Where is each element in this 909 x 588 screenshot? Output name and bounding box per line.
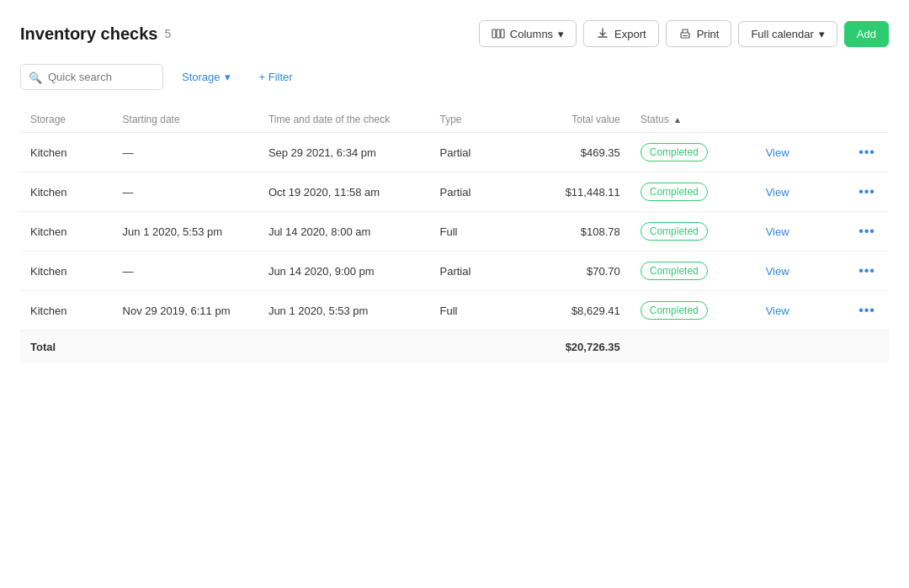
cell-view[interactable]: View bbox=[756, 252, 846, 291]
col-header-starting: Starting date bbox=[113, 107, 258, 133]
calendar-chevron-icon: ▾ bbox=[819, 28, 825, 40]
cell-storage: Kitchen bbox=[20, 291, 113, 331]
cell-storage: Kitchen bbox=[20, 133, 113, 172]
col-header-actions bbox=[756, 107, 846, 133]
more-options-button[interactable]: ••• bbox=[855, 303, 879, 318]
cell-status: Completed bbox=[630, 291, 756, 331]
cell-view[interactable]: View bbox=[756, 133, 846, 172]
cell-total-value: $8,629.41 bbox=[521, 291, 630, 331]
col-header-type: Type bbox=[430, 107, 521, 133]
total-row: Total $20,726.35 bbox=[20, 331, 889, 364]
status-badge: Completed bbox=[641, 262, 708, 280]
view-link[interactable]: View bbox=[766, 225, 789, 238]
total-empty-3 bbox=[430, 331, 521, 364]
cell-more[interactable]: ••• bbox=[845, 172, 889, 212]
cell-check-date: Jun 1 2020, 5:53 pm bbox=[258, 291, 430, 331]
cell-view[interactable]: View bbox=[756, 291, 846, 331]
cell-more[interactable]: ••• bbox=[845, 212, 889, 252]
cell-more[interactable]: ••• bbox=[845, 291, 889, 331]
cell-check-date: Sep 29 2021, 6:34 pm bbox=[258, 133, 430, 172]
cell-storage: Kitchen bbox=[20, 212, 113, 252]
col-header-more bbox=[845, 107, 889, 133]
page-title: Inventory checks bbox=[20, 24, 157, 44]
total-empty-4 bbox=[630, 331, 756, 364]
view-link[interactable]: View bbox=[766, 305, 789, 317]
inventory-table: Storage Starting date Time and date of t… bbox=[20, 107, 889, 363]
cell-total-value: $11,448.11 bbox=[521, 172, 630, 212]
cell-check-date: Jun 14 2020, 9:00 pm bbox=[258, 252, 430, 291]
calendar-label: Full calendar bbox=[751, 28, 813, 40]
view-link[interactable]: View bbox=[766, 186, 789, 199]
svg-rect-4 bbox=[683, 35, 688, 36]
cell-view[interactable]: View bbox=[756, 212, 846, 252]
add-filter-button[interactable]: + Filter bbox=[249, 65, 303, 89]
search-icon: 🔍 bbox=[29, 71, 42, 83]
cell-total-value: $70.70 bbox=[521, 252, 630, 291]
col-header-storage: Storage bbox=[20, 107, 113, 133]
status-badge: Completed bbox=[641, 301, 708, 320]
table-row: Kitchen — Sep 29 2021, 6:34 pm Partial $… bbox=[20, 133, 889, 172]
total-empty-2 bbox=[258, 331, 430, 364]
columns-chevron-icon: ▾ bbox=[558, 28, 564, 40]
cell-status: Completed bbox=[630, 212, 756, 252]
cell-status: Completed bbox=[630, 172, 756, 212]
cell-status: Completed bbox=[630, 133, 756, 172]
view-link[interactable]: View bbox=[766, 146, 789, 159]
cell-starting-date: — bbox=[113, 133, 258, 172]
sort-arrow-icon: ▲ bbox=[673, 115, 682, 124]
total-label: Total bbox=[20, 331, 113, 364]
more-options-button[interactable]: ••• bbox=[855, 145, 879, 160]
print-button[interactable]: Print bbox=[666, 20, 732, 47]
search-wrapper: 🔍 bbox=[20, 64, 163, 90]
table-header-row: Storage Starting date Time and date of t… bbox=[20, 107, 889, 133]
table-row: Kitchen — Oct 19 2020, 11:58 am Partial … bbox=[20, 172, 889, 212]
cell-starting-date: — bbox=[113, 172, 258, 212]
storage-filter-button[interactable]: Storage ▾ bbox=[172, 65, 241, 89]
table-row: Kitchen Nov 29 2019, 6:11 pm Jun 1 2020,… bbox=[20, 291, 889, 331]
export-label: Export bbox=[614, 28, 646, 40]
table-row: Kitchen — Jun 14 2020, 9:00 pm Partial $… bbox=[20, 252, 889, 291]
col-header-check-date: Time and date of the check bbox=[258, 107, 430, 133]
add-label: Add bbox=[857, 28, 876, 40]
status-badge: Completed bbox=[641, 222, 708, 241]
calendar-button[interactable]: Full calendar ▾ bbox=[738, 21, 837, 47]
export-button[interactable]: Export bbox=[583, 20, 659, 47]
storage-label: Storage bbox=[182, 71, 221, 83]
cell-type: Full bbox=[430, 212, 521, 252]
total-empty-1 bbox=[113, 331, 258, 364]
cell-more[interactable]: ••• bbox=[845, 133, 889, 172]
col-header-status: Status ▲ bbox=[630, 107, 756, 133]
total-empty-6 bbox=[845, 331, 889, 364]
cell-starting-date: Jun 1 2020, 5:53 pm bbox=[113, 212, 258, 252]
columns-icon bbox=[492, 27, 505, 40]
cell-type: Partial bbox=[430, 252, 521, 291]
cell-view[interactable]: View bbox=[756, 172, 846, 212]
cell-type: Partial bbox=[430, 133, 521, 172]
svg-rect-2 bbox=[501, 29, 504, 38]
filter-label: + Filter bbox=[259, 71, 293, 83]
cell-type: Full bbox=[430, 291, 521, 331]
svg-rect-1 bbox=[497, 29, 500, 38]
columns-button[interactable]: Columns ▾ bbox=[479, 20, 577, 47]
cell-status: Completed bbox=[630, 252, 756, 291]
add-button[interactable]: Add bbox=[844, 21, 889, 47]
storage-chevron-icon: ▾ bbox=[225, 71, 231, 83]
view-link[interactable]: View bbox=[766, 265, 789, 278]
svg-rect-0 bbox=[492, 29, 496, 38]
col-header-total-value: Total value bbox=[521, 107, 630, 133]
cell-starting-date: Nov 29 2019, 6:11 pm bbox=[113, 291, 258, 331]
cell-storage: Kitchen bbox=[20, 252, 113, 291]
cell-check-date: Jul 14 2020, 8:00 am bbox=[258, 212, 430, 252]
more-options-button[interactable]: ••• bbox=[855, 224, 879, 239]
status-badge: Completed bbox=[641, 183, 708, 201]
print-label: Print bbox=[697, 28, 720, 40]
cell-more[interactable]: ••• bbox=[845, 252, 889, 291]
more-options-button[interactable]: ••• bbox=[855, 184, 879, 199]
export-icon bbox=[596, 27, 609, 40]
count-badge: 5 bbox=[164, 27, 171, 40]
total-value: $20,726.35 bbox=[521, 331, 630, 364]
more-options-button[interactable]: ••• bbox=[855, 263, 879, 278]
columns-label: Columns bbox=[510, 28, 553, 40]
status-badge: Completed bbox=[641, 143, 708, 162]
cell-starting-date: — bbox=[113, 252, 258, 291]
